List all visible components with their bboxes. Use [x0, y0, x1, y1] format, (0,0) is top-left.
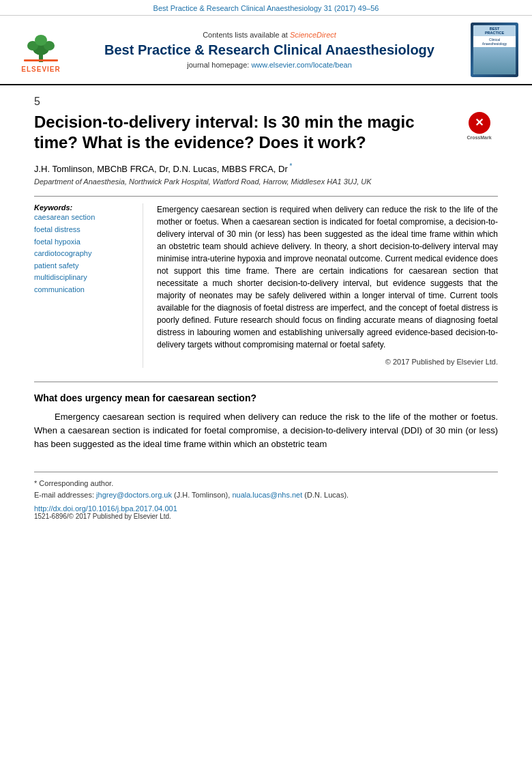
citation-bar: Best Practice & Research Clinical Anaest…: [0, 0, 532, 16]
journal-title: Best Practice & Research Clinical Anaest…: [76, 42, 462, 58]
main-content: 5 Decision-to-delivery interval: Is 30 m…: [0, 85, 532, 530]
elsevier-logo: ELSEVIER: [14, 27, 68, 73]
doi-link[interactable]: http://dx.doi.org/10.1016/j.bpa.2017.04.…: [34, 504, 177, 513]
article-number: 5: [34, 96, 498, 108]
section1-paragraph: Emergency caesarean section is required …: [34, 410, 498, 451]
keyword-5: patient safety: [34, 260, 132, 272]
journal-center: Contents lists available at ScienceDirec…: [76, 31, 462, 69]
email1-link[interactable]: jhgrey@doctors.org.uk: [96, 491, 172, 499]
homepage-url[interactable]: www.elsevier.com/locate/bean: [251, 61, 351, 69]
contents-line: Contents lists available at ScienceDirec…: [76, 31, 462, 39]
affiliation: Department of Anaesthesia, Northwick Par…: [34, 177, 498, 186]
svg-rect-5: [24, 59, 58, 61]
keyword-4: cardiotocography: [34, 248, 132, 260]
authors-line: J.H. Tomlinson, MBChB FRCA, Dr, D.N. Luc…: [34, 162, 498, 174]
elsevier-name: ELSEVIER: [21, 66, 60, 73]
doi-footer: 1521-6896/© 2017 Published by Elsevier L…: [34, 513, 498, 520]
abstract-section: Keywords: caesarean section foetal distr…: [34, 203, 498, 368]
cover-top-label: BESTPRACTICE: [473, 25, 516, 36]
keyword-3: foetal hypoxia: [34, 236, 132, 248]
keyword-6: multidisciplinary communication: [34, 272, 132, 296]
footnote-area: * Corresponding author. E-mail addresses…: [34, 472, 498, 520]
section1-heading: What does urgency mean for caesarean sec…: [34, 392, 498, 403]
crossmark-icon: ✕: [469, 112, 490, 134]
copyright-line: © 2017 Published by Elsevier Ltd.: [157, 356, 498, 368]
svg-point-4: [35, 35, 47, 46]
email-addresses-line: E-mail addresses: jhgrey@doctors.org.uk …: [34, 489, 498, 501]
journal-cover-thumbnail: BESTPRACTICE ClinicalAnaesthesiology: [471, 23, 518, 77]
section-divider: [34, 382, 498, 382]
citation-text: Best Practice & Research Clinical Anaest…: [153, 4, 379, 12]
keywords-box: Keywords: caesarean section foetal distr…: [34, 203, 143, 368]
article-title: Decision-to-delivery interval: Is 30 min…: [34, 112, 498, 153]
sciencedirect-link[interactable]: ScienceDirect: [290, 31, 336, 39]
cover-image-area: [473, 47, 516, 74]
abstract-text: Emergency caesarean section is required …: [157, 203, 498, 368]
cover-subtitle: ClinicalAnaesthesiology: [481, 36, 509, 47]
journal-header: ELSEVIER Contents lists available at Sci…: [0, 16, 532, 85]
email2-link[interactable]: nuala.lucas@nhs.net: [232, 491, 302, 499]
header-divider: [34, 196, 498, 197]
keyword-2: foetal distress: [34, 224, 132, 236]
keyword-1: caesarean section: [34, 212, 132, 224]
crossmark-badge[interactable]: ✕ CrossMark: [460, 112, 498, 141]
corresponding-author-marker: *: [288, 162, 293, 170]
corresponding-author-note: * Corresponding author.: [34, 478, 498, 489]
doi-area: http://dx.doi.org/10.1016/j.bpa.2017.04.…: [34, 504, 498, 513]
keywords-title: Keywords:: [34, 203, 132, 212]
journal-homepage: journal homepage: www.elsevier.com/locat…: [76, 61, 462, 69]
crossmark-label: CrossMark: [467, 135, 491, 141]
